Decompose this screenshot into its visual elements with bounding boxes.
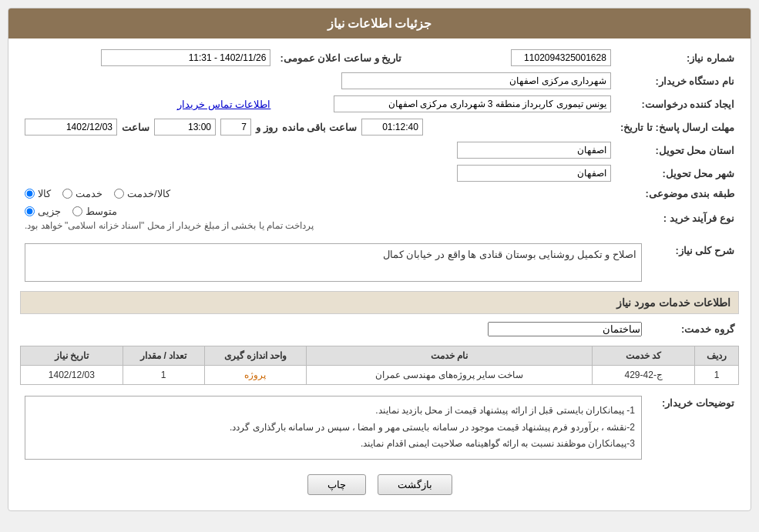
- deadline-label: مهلت ارسال پاسخ: تا تاریخ:: [616, 115, 739, 139]
- buyer-org-row: نام دستگاه خریدار:: [20, 69, 739, 92]
- province-label: استان محل تحویل:: [616, 139, 739, 162]
- category-row: طبقه بندی موضوعی: کالا/خدمت خدمت: [20, 185, 739, 202]
- deadline-value-cell: ساعت باقی مانده روز و ساعت: [20, 115, 616, 139]
- service-section-header: اطلاعات خدمات مورد نیاز: [20, 291, 739, 314]
- need-number-label: شماره نیاز:: [616, 46, 739, 69]
- buyer-org-label: نام دستگاه خریدار:: [616, 69, 739, 92]
- cell-date: 1402/12/03: [21, 366, 123, 385]
- th-date: تاریخ نیاز: [21, 346, 123, 366]
- buyer-notes-box: 1- پیمانکاران بایستی قبل از ارائه پیشنها…: [25, 396, 642, 460]
- need-desc-table: شرح کلی نیاز: اصلاح و تکمیل روشنایی بوست…: [20, 240, 739, 285]
- buyer-note-line: 3-پیمانکاران موظفند نسبت به ارائه گواهین…: [32, 436, 635, 453]
- back-button[interactable]: بازگشت: [378, 474, 452, 495]
- service-table: ردیف کد خدمت نام خدمت واحد اندازه گیری ت…: [20, 346, 739, 385]
- need-desc-box: اصلاح و تکمیل روشنایی بوستان قنادی ها وا…: [25, 243, 642, 282]
- purchase-type-label-medium: متوسط: [86, 206, 117, 217]
- deadline-date-input[interactable]: [25, 119, 117, 136]
- buyer-contact-link[interactable]: اطلاعات تماس خریدار: [177, 99, 270, 110]
- deadline-row: مهلت ارسال پاسخ: تا تاریخ: ساعت باقی مان…: [20, 115, 739, 139]
- purchase-type-note: پرداخت تمام یا بخشی از مبلغ خریدار از مح…: [25, 220, 314, 231]
- city-value-cell: [20, 162, 616, 185]
- button-container: بازگشت چاپ: [20, 474, 739, 503]
- buyer-note-line: 1- پیمانکاران بایستی قبل از ارائه پیشنها…: [32, 403, 635, 420]
- creator-input[interactable]: [334, 95, 611, 112]
- purchase-type-row: نوع فرآیند خرید : متوسط جزیی: [20, 202, 739, 234]
- buyer-contact-cell: اطلاعات تماس خریدار: [20, 92, 275, 115]
- category-radio-kala-khedmat[interactable]: کالا/خدمت: [114, 188, 170, 199]
- province-input[interactable]: [457, 142, 611, 159]
- category-label-kala: کالا: [38, 188, 51, 199]
- creator-value-cell: [275, 92, 615, 115]
- buyer-notes-label: توضیحات خریدار:: [646, 393, 739, 463]
- th-qty: تعداد / مقدار: [123, 346, 204, 366]
- cell-code: ج-42-429: [593, 366, 695, 385]
- need-number-value-cell: [437, 46, 616, 69]
- category-label-k: خدمت: [76, 188, 102, 199]
- print-button[interactable]: چاپ: [307, 474, 366, 495]
- city-input[interactable]: [457, 165, 611, 182]
- remaining-label: ساعت باقی مانده: [282, 122, 357, 133]
- cell-name: ساخت سایر پروژه‌های مهندسی عمران: [307, 366, 593, 385]
- category-radio-kk-input[interactable]: [114, 189, 124, 199]
- need-desc-text: اصلاح و تکمیل روشنایی بوستان قنادی ها وا…: [383, 249, 636, 260]
- purchase-type-partial-input[interactable]: [25, 206, 35, 216]
- deadline-days-input[interactable]: [220, 119, 251, 136]
- cell-unit: پروژه: [204, 366, 307, 385]
- need-desc-row: شرح کلی نیاز: اصلاح و تکمیل روشنایی بوست…: [20, 240, 739, 285]
- need-number-input[interactable]: [511, 49, 611, 66]
- announcement-label: تاریخ و ساعت اعلان عمومی:: [275, 46, 406, 69]
- creator-row: ایجاد کننده درخواست: اطلاعات تماس خریدار: [20, 92, 739, 115]
- buyer-note-line: 2-نقشه ، برآوردو فرم پیشنهاد قیمت موجود …: [32, 420, 635, 437]
- days-and-label: روز و: [256, 122, 277, 133]
- content-area: شماره نیاز: تاریخ و ساعت اعلان عمومی: نا…: [8, 38, 751, 510]
- need-number-row: شماره نیاز: تاریخ و ساعت اعلان عمومی:: [20, 46, 739, 69]
- category-radio-kala-input[interactable]: [25, 189, 35, 199]
- province-row: استان محل تحویل:: [20, 139, 739, 162]
- need-desc-label: شرح کلی نیاز:: [646, 240, 739, 285]
- creator-label: ایجاد کننده درخواست:: [616, 92, 739, 115]
- service-group-label: گروه خدمت:: [646, 319, 739, 340]
- cell-qty: 1: [123, 366, 204, 385]
- service-group-table: گروه خدمت:: [20, 319, 739, 340]
- deadline-time-input[interactable]: [154, 119, 216, 136]
- service-group-value-cell: [20, 319, 646, 340]
- category-value-cell: کالا/خدمت خدمت کالا: [20, 185, 616, 202]
- buyer-org-input[interactable]: [341, 72, 611, 89]
- info-table: شماره نیاز: تاریخ و ساعت اعلان عمومی: نا…: [20, 46, 739, 234]
- category-label-kk: کالا/خدمت: [127, 188, 170, 199]
- th-name: نام خدمت: [307, 346, 593, 366]
- deadline-remaining-input[interactable]: [361, 119, 423, 136]
- purchase-type-radio-medium[interactable]: متوسط: [72, 206, 117, 217]
- purchase-type-label: نوع فرآیند خرید :: [616, 202, 739, 234]
- th-code: کد خدمت: [593, 346, 695, 366]
- purchase-type-radio-partial[interactable]: جزیی: [25, 206, 61, 217]
- buyer-org-value-cell: [20, 69, 616, 92]
- announcement-value-cell: [20, 46, 275, 69]
- th-unit: واحد اندازه گیری: [204, 346, 307, 366]
- category-label: طبقه بندی موضوعی:: [616, 185, 739, 202]
- category-radio-khedmat[interactable]: خدمت: [62, 188, 102, 199]
- purchase-type-value-cell: متوسط جزیی پرداخت تمام یا بخشی از مبلغ خ…: [20, 202, 616, 234]
- announcement-input[interactable]: [101, 49, 270, 66]
- need-desc-value-cell: اصلاح و تکمیل روشنایی بوستان قنادی ها وا…: [20, 240, 646, 285]
- time-label: ساعت: [122, 122, 149, 133]
- page-container: جزئیات اطلاعات نیاز شماره نیاز: تاریخ و …: [0, 0, 759, 519]
- table-row: 1 ج-42-429 ساخت سایر پروژه‌های مهندسی عم…: [21, 366, 739, 385]
- category-radio-kala[interactable]: کالا: [25, 188, 51, 199]
- th-row-num: ردیف: [695, 346, 739, 366]
- purchase-type-label-partial: جزیی: [38, 206, 61, 217]
- province-value-cell: [20, 139, 616, 162]
- buyer-notes-value-cell: 1- پیمانکاران بایستی قبل از ارائه پیشنها…: [20, 393, 646, 463]
- category-radio-k-input[interactable]: [62, 189, 72, 199]
- service-table-header-row: ردیف کد خدمت نام خدمت واحد اندازه گیری ت…: [21, 346, 739, 366]
- city-label: شهر محل تحویل:: [616, 162, 739, 185]
- page-title: جزئیات اطلاعات نیاز: [327, 17, 432, 30]
- buyer-notes-row: توضیحات خریدار: 1- پیمانکاران بایستی قبل…: [20, 393, 739, 463]
- main-card: جزئیات اطلاعات نیاز شماره نیاز: تاریخ و …: [8, 8, 751, 511]
- cell-row-num: 1: [695, 366, 739, 385]
- purchase-type-medium-input[interactable]: [72, 206, 82, 216]
- buyer-notes-table: توضیحات خریدار: 1- پیمانکاران بایستی قبل…: [20, 393, 739, 463]
- city-row: شهر محل تحویل:: [20, 162, 739, 185]
- page-header: جزئیات اطلاعات نیاز: [8, 8, 751, 38]
- service-group-input[interactable]: [488, 322, 642, 336]
